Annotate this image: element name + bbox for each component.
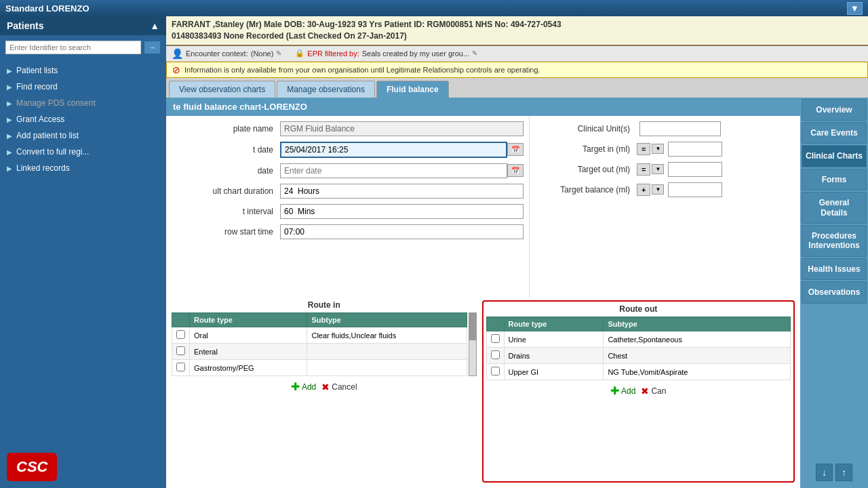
right-sidebar-btn-overview[interactable]: Overview (802, 99, 867, 121)
table-row: Enteral (172, 344, 467, 360)
target-balance-dropdown-btn[interactable]: ▼ (652, 184, 664, 195)
sidebar-item-grant-access[interactable]: ▶ Grant Access (0, 111, 166, 127)
route-out-type-2: Drains (504, 348, 604, 364)
arrow-icon: ▶ (7, 165, 12, 172)
tab-fluid-balance[interactable]: Fluid balance (376, 81, 449, 98)
end-date-calendar-btn[interactable]: 📅 (507, 164, 524, 177)
search-button[interactable]: → (144, 41, 161, 54)
form-row-template-name: plate name (172, 121, 524, 136)
route-in-cancel-btn[interactable]: ✖ Cancel (321, 382, 357, 392)
route-out-title: Route out (486, 304, 791, 314)
tabs-bar: View observation charts Manage observati… (166, 78, 868, 98)
input-target-balance[interactable] (668, 182, 722, 197)
route-in-subtype-3 (307, 360, 467, 376)
right-sidebar-btn-procedures[interactable]: Procedures Interventions (802, 225, 867, 257)
table-row: Gastrostomy/PEG (172, 360, 467, 376)
patient-header: FARRANT ,Stanley (Mr) Male DOB: 30-Aug-1… (166, 16, 868, 46)
epr-filter: 🔒 EPR filtered by: Seals created by my u… (295, 49, 477, 58)
label-start-date: t date (172, 145, 280, 155)
sidebar-bottom: CSC (0, 446, 166, 488)
search-input[interactable] (5, 41, 141, 54)
top-bar-dropdown[interactable]: ▼ (847, 2, 863, 15)
encounter-label: Encounter context: (186, 49, 248, 58)
route-out-check-1[interactable] (486, 331, 504, 348)
arrow-icon: ▶ (7, 83, 12, 91)
sidebar-collapse-icon[interactable]: ▲ (150, 20, 159, 31)
tab-view-obs[interactable]: View observation charts (169, 81, 275, 98)
sidebar-item-convert[interactable]: ▶ Convert to full regi... (0, 144, 166, 160)
target-out-controls: = ▼ (637, 162, 722, 177)
route-in-scrollbar[interactable] (469, 312, 477, 376)
route-out-cancel-btn[interactable]: ✖ Can (641, 386, 666, 396)
sidebar-item-add-patient[interactable]: ▶ Add patient to list (0, 127, 166, 144)
target-balance-controls: + ▼ (637, 182, 722, 197)
info-message: Information is only available from your … (184, 66, 540, 74)
sidebar-nav: ▶ Patient lists ▶ Find record ▶ Manage P… (0, 60, 166, 179)
right-sidebar-btn-general-details[interactable]: General Details (802, 192, 867, 224)
sidebar-search-bar: → (0, 35, 166, 60)
right-sidebar-btn-care-events[interactable]: Care Events (802, 122, 867, 144)
input-chart-duration[interactable] (280, 184, 524, 199)
sidebar-item-patient-lists[interactable]: ▶ Patient lists (0, 62, 166, 79)
nav-down-btn[interactable]: ↓ (816, 464, 833, 481)
target-balance-plus-btn[interactable]: + (637, 184, 650, 196)
content-area: FARRANT ,Stanley (Mr) Male DOB: 30-Aug-1… (166, 16, 868, 488)
route-out-check-2[interactable] (486, 348, 504, 364)
target-in-eq-btn[interactable]: = (637, 143, 650, 155)
target-row-clinical-unit: Clinical Unit(s) (535, 121, 795, 136)
route-in-check-2[interactable] (172, 344, 190, 360)
sidebar: Patients ▲ → ▶ Patient lists ▶ Find reco… (0, 16, 166, 488)
input-start-date[interactable] (280, 142, 507, 158)
form-left: plate name t date 📅 date 📅 (166, 116, 529, 298)
route-in-subtype-2 (307, 344, 467, 360)
sidebar-item-manage-pds: ▶ Manage PDS consent (0, 95, 166, 111)
route-in-check-3[interactable] (172, 360, 190, 376)
input-clinical-unit[interactable] (639, 121, 721, 136)
right-sidebar-btn-clinical-charts[interactable]: Clinical Charts (802, 145, 867, 167)
cancel-label: Cancel (332, 382, 357, 392)
top-bar: Standard LORENZO ▼ (0, 0, 868, 16)
input-target-in[interactable] (668, 142, 722, 157)
tab-manage-obs[interactable]: Manage observations (277, 81, 375, 98)
right-sidebar-btn-observations[interactable]: Observations (802, 281, 867, 303)
route-in-title: Route in (172, 300, 477, 310)
route-out-check-3[interactable] (486, 364, 504, 380)
epr-pencil-icon[interactable]: ✎ (472, 49, 477, 57)
input-interval[interactable] (280, 204, 524, 219)
sidebar-item-label: Patient lists (16, 66, 58, 75)
target-in-dropdown-btn[interactable]: ▼ (652, 144, 664, 154)
csc-logo: CSC (7, 453, 57, 481)
label-clinical-unit: Clinical Unit(s) (535, 124, 637, 134)
route-out-subtype-header: Subtype (604, 317, 791, 331)
form-right: Clinical Unit(s) Target in (ml) = ▼ (529, 116, 800, 298)
nav-up-btn[interactable]: ↑ (835, 464, 852, 481)
scrollbar-thumb (469, 313, 476, 340)
sidebar-item-find-record[interactable]: ▶ Find record (0, 79, 166, 95)
arrow-icon: ▶ (7, 116, 12, 123)
epr-icon: 🔒 (295, 49, 304, 58)
target-out-dropdown-btn[interactable]: ▼ (652, 164, 664, 174)
target-out-eq-btn[interactable]: = (637, 163, 650, 176)
route-in-subtype-1: Clear fluids,Unclear fluids (307, 327, 467, 344)
add-label: Add (621, 386, 635, 396)
route-in-check-1[interactable] (172, 327, 190, 344)
target-in-controls: = ▼ (637, 142, 722, 157)
sidebar-item-linked-records[interactable]: ▶ Linked records (0, 160, 166, 176)
route-out-type-header: Route type (504, 317, 604, 331)
route-out-table: Route type Subtype Urine Catheter,Sponta… (486, 317, 791, 380)
form-row-chart-duration: ult chart duration (172, 184, 524, 199)
route-out-add-btn[interactable]: ✚ Add (610, 384, 635, 397)
route-in-add-btn[interactable]: ✚ Add (291, 380, 316, 393)
input-row-start-time[interactable] (280, 224, 524, 239)
start-date-calendar-btn[interactable]: 📅 (507, 143, 524, 156)
add-icon: ✚ (610, 384, 619, 397)
right-sidebar-btn-forms[interactable]: Forms (802, 169, 867, 190)
label-template-name: plate name (172, 124, 280, 134)
patient-info-line2: 01480383493 None Recorded (Last Checked … (172, 30, 863, 42)
right-sidebar-btn-health-issues[interactable]: Health Issues (802, 258, 867, 280)
input-end-date[interactable] (280, 163, 507, 178)
input-target-out[interactable] (668, 162, 722, 177)
sidebar-item-label: Manage PDS consent (16, 98, 96, 108)
pencil-icon[interactable]: ✎ (276, 49, 281, 57)
route-out-type-1: Urine (504, 331, 604, 348)
